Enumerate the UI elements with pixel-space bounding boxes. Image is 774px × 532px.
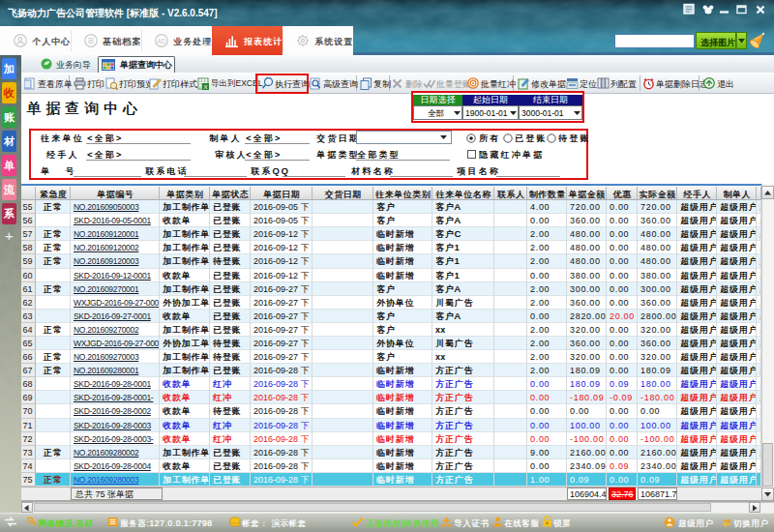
- svg-text:X: X: [203, 84, 207, 90]
- svg-text:AD: AD: [157, 38, 165, 44]
